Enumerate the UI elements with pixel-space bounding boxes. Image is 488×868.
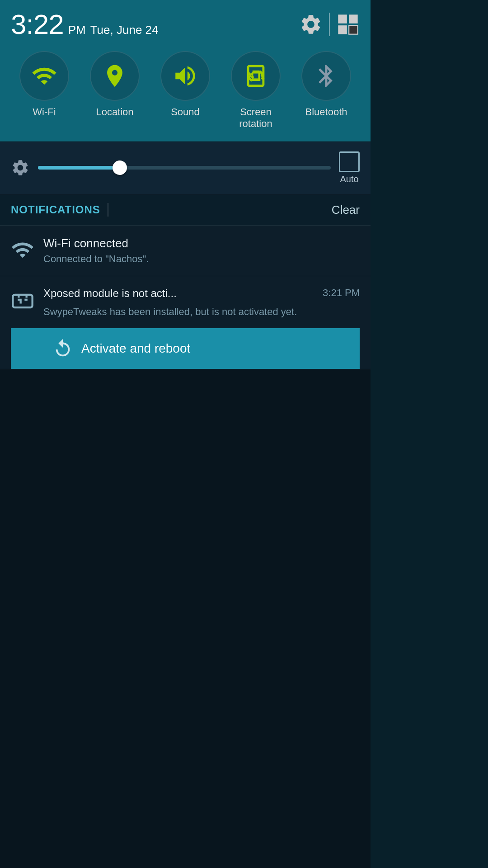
toggle-wifi-label: Wi-Fi bbox=[33, 106, 56, 118]
toggle-wifi[interactable]: Wi-Fi bbox=[19, 51, 69, 118]
location-icon bbox=[102, 63, 128, 89]
notification-wifi-subtitle: Connected to "Nachos". bbox=[43, 253, 360, 265]
toggle-bluetooth-label: Bluetooth bbox=[305, 106, 347, 118]
notification-xposed-title: Xposed module is not acti... bbox=[43, 287, 177, 300]
brightness-auto-box[interactable] bbox=[339, 151, 360, 172]
wifi-icon bbox=[31, 63, 57, 89]
activate-reboot-button[interactable]: Activate and reboot bbox=[11, 328, 360, 369]
notification-wifi-title: Wi-Fi connected bbox=[43, 236, 360, 250]
toggle-screen-rotation[interactable]: Screen rotation bbox=[231, 51, 281, 130]
wifi-notification-icon bbox=[11, 238, 34, 262]
xposed-icon bbox=[11, 289, 34, 312]
notification-xposed-icon bbox=[11, 289, 34, 312]
notification-xposed-title-row: Xposed module is not acti... 3:21 PM bbox=[43, 287, 360, 302]
brightness-auto[interactable]: Auto bbox=[339, 151, 360, 184]
clock-time: 3:22 bbox=[11, 8, 64, 40]
brightness-gear-icon[interactable] bbox=[11, 158, 30, 177]
notification-xposed-time: 3:21 PM bbox=[323, 287, 360, 299]
svg-rect-0 bbox=[338, 14, 347, 24]
clear-button[interactable]: Clear bbox=[116, 203, 360, 217]
toggle-wifi-circle[interactable] bbox=[19, 51, 69, 101]
quick-toggles: Wi-Fi Location Sound bbox=[0, 47, 371, 142]
notification-xposed-body: SwypeTweaks has been installed, but is n… bbox=[43, 305, 360, 319]
toggle-sound-circle[interactable] bbox=[160, 51, 210, 101]
reboot-icon bbox=[52, 338, 73, 359]
bluetooth-icon bbox=[313, 63, 339, 89]
brightness-fill bbox=[38, 166, 120, 170]
brightness-slider[interactable] bbox=[38, 166, 331, 170]
svg-rect-5 bbox=[253, 73, 259, 80]
notifications-header: NOTIFICATIONS Clear bbox=[0, 195, 371, 226]
toggle-location-label: Location bbox=[96, 106, 133, 118]
notification-wifi[interactable]: Wi-Fi connected Connected to "Nachos". bbox=[0, 226, 371, 276]
toggle-bluetooth[interactable]: Bluetooth bbox=[301, 51, 351, 118]
toggle-screen-rotation-label: Screen rotation bbox=[239, 106, 272, 130]
grid-icon[interactable] bbox=[336, 13, 360, 36]
toggle-screen-rotation-circle[interactable] bbox=[231, 51, 281, 101]
settings-gear-icon[interactable] bbox=[299, 13, 323, 36]
svg-rect-1 bbox=[349, 14, 358, 24]
sound-icon bbox=[172, 63, 198, 89]
toggle-sound-label: Sound bbox=[171, 106, 200, 118]
clock-date: Tue, June 24 bbox=[90, 23, 159, 37]
toggle-bluetooth-circle[interactable] bbox=[301, 51, 351, 101]
activate-reboot-label: Activate and reboot bbox=[81, 341, 190, 356]
status-bar: 3:22 PM Tue, June 24 bbox=[0, 0, 371, 47]
status-divider bbox=[329, 13, 330, 36]
toggle-sound[interactable]: Sound bbox=[160, 51, 210, 118]
status-icons bbox=[299, 13, 360, 36]
brightness-bar: Auto bbox=[0, 142, 371, 195]
svg-rect-3 bbox=[349, 25, 358, 34]
notifications-title: NOTIFICATIONS bbox=[11, 203, 100, 216]
notification-xposed[interactable]: Xposed module is not acti... 3:21 PM Swy… bbox=[0, 276, 371, 369]
clock-ampm: PM bbox=[68, 23, 86, 37]
time-area: 3:22 PM Tue, June 24 bbox=[11, 8, 158, 40]
notification-wifi-content: Wi-Fi connected Connected to "Nachos". bbox=[43, 236, 360, 265]
svg-rect-6 bbox=[13, 295, 32, 307]
notification-wifi-icon bbox=[11, 238, 34, 262]
screen-rotation-icon bbox=[243, 63, 269, 89]
toggle-location[interactable]: Location bbox=[90, 51, 140, 118]
bottom-area bbox=[0, 369, 371, 868]
svg-rect-2 bbox=[338, 25, 347, 34]
notifications-header-divider bbox=[108, 203, 108, 217]
brightness-thumb[interactable] bbox=[113, 160, 127, 175]
toggle-location-circle[interactable] bbox=[90, 51, 140, 101]
brightness-auto-label: Auto bbox=[340, 174, 358, 184]
notification-xposed-content: Xposed module is not acti... 3:21 PM Swy… bbox=[43, 287, 360, 319]
